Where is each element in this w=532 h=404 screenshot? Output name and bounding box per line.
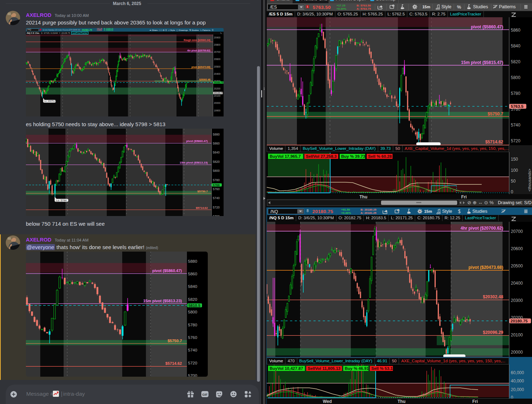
svg-text:5840: 5840	[511, 43, 520, 49]
svg-text:$20096.29: $20096.29	[483, 330, 503, 335]
svg-text:5740: 5740	[188, 348, 197, 352]
svg-text:5700: 5700	[213, 215, 220, 216]
svg-text:Lo: 5744: Lo: 5744	[56, 199, 66, 202]
svg-text:5820: 5820	[188, 297, 197, 302]
svg-text:20139.75: 20139.75	[214, 92, 224, 94]
svg-text:5880: 5880	[213, 133, 220, 136]
svg-text:5700: 5700	[188, 373, 197, 377]
svg-text:5720: 5720	[511, 138, 520, 143]
svg-text:20600: 20600	[214, 58, 220, 60]
svg-text:15m pivot ($5813.23): 15m pivot ($5813.23)	[180, 161, 208, 164]
svg-text:20180.75: 20180.75	[510, 319, 528, 323]
svg-text:20800: 20800	[214, 43, 220, 46]
svg-text:20200: 20200	[214, 87, 220, 90]
svg-text:<thousands>: <thousands>	[527, 169, 532, 192]
svg-text:150: 150	[511, 157, 518, 162]
svg-text:5780: 5780	[511, 91, 520, 96]
svg-text:pivot ($5860.47): pivot ($5860.47)	[186, 139, 208, 143]
svg-text:0: 0	[511, 189, 513, 194]
svg-text:5860: 5860	[188, 272, 197, 276]
svg-text:$5750.7: $5750.7	[168, 339, 182, 343]
svg-text:20400: 20400	[214, 73, 220, 75]
svg-text:5840: 5840	[213, 151, 220, 154]
svg-text:20100: 20100	[511, 332, 523, 338]
svg-text:5810.5: 5810.5	[188, 303, 201, 308]
svg-text:20600: 20600	[511, 246, 523, 251]
svg-text:pivot ($20473.68): pivot ($20473.68)	[468, 265, 503, 270]
svg-text:GIF: GIF	[202, 393, 208, 396]
svg-text:$5714.62: $5714.62	[165, 361, 182, 366]
svg-text:5800: 5800	[213, 169, 220, 173]
svg-text:5740: 5740	[213, 196, 220, 200]
svg-text:20000: 20000	[214, 102, 220, 104]
svg-text:$20302.48: $20302.48	[199, 78, 210, 81]
svg-text:20900: 20900	[214, 36, 220, 39]
svg-text:5720: 5720	[213, 206, 220, 209]
svg-text:100: 100	[511, 168, 518, 173]
svg-text:5780: 5780	[213, 178, 220, 182]
svg-text:$20302.48: $20302.48	[483, 294, 503, 299]
svg-text:$5714.62: $5714.62	[196, 206, 208, 210]
svg-text:20500: 20500	[214, 65, 220, 68]
svg-text:Lo: 20075.25: Lo: 20075.25	[44, 100, 57, 102]
svg-text:5800: 5800	[188, 310, 197, 314]
svg-text:20000: 20000	[511, 350, 523, 355]
svg-text:5880: 5880	[188, 259, 197, 263]
svg-text:5760: 5760	[213, 187, 220, 191]
svg-text:5740: 5740	[511, 123, 520, 128]
svg-text:5780: 5780	[188, 323, 197, 327]
svg-text:5760: 5760	[188, 335, 197, 340]
svg-text:15m pivot ($5815.47): 15m pivot ($5815.47)	[461, 60, 503, 65]
svg-text:4hr pivot ($20700.62): 4hr pivot ($20700.62)	[187, 49, 210, 52]
svg-text:40,000: 40,000	[511, 378, 524, 384]
svg-text:20,000: 20,000	[511, 387, 524, 392]
svg-text:$5714.62: $5714.62	[485, 139, 503, 144]
svg-text:5720: 5720	[188, 361, 197, 365]
svg-text:5840: 5840	[188, 284, 197, 289]
svg-text:4hr pivot ($20700.62): 4hr pivot ($20700.62)	[460, 226, 503, 231]
svg-text:pivot ($5860.47): pivot ($5860.47)	[152, 268, 182, 273]
svg-text:5763.5: 5763.5	[511, 104, 524, 109]
svg-text:pivot ($20473.68): pivot ($20473.68)	[192, 66, 210, 69]
svg-text:%: %	[457, 4, 461, 10]
svg-text:50: 50	[511, 179, 516, 184]
svg-text:20700: 20700	[214, 51, 220, 53]
svg-text:20500: 20500	[511, 263, 523, 268]
svg-text:20400: 20400	[511, 281, 523, 286]
svg-text:5860: 5860	[213, 142, 220, 145]
svg-text:60,000: 60,000	[511, 370, 524, 375]
svg-text:5769: 5769	[213, 183, 220, 187]
svg-text:20100: 20100	[214, 95, 220, 97]
svg-text:20300: 20300	[511, 298, 523, 303]
svg-text:15m pivot ($5813.23): 15m pivot ($5813.23)	[143, 299, 182, 303]
svg-text:$5750.7: $5750.7	[197, 190, 208, 193]
svg-text:5800: 5800	[511, 75, 520, 80]
svg-text:20700: 20700	[511, 229, 523, 234]
svg-text:$5750.7: $5750.7	[488, 111, 504, 116]
svg-text:19900: 19900	[214, 109, 220, 112]
svg-text:5820: 5820	[213, 160, 220, 164]
svg-text:5860: 5860	[511, 28, 520, 33]
svg-text:pivot ($5860.47): pivot ($5860.47)	[471, 24, 503, 29]
svg-text:20283.75: 20283.75	[214, 81, 224, 84]
svg-text:Rough zone ($20841.34): Rough zone ($20841.34)	[184, 39, 210, 42]
svg-text:5820: 5820	[511, 59, 520, 64]
